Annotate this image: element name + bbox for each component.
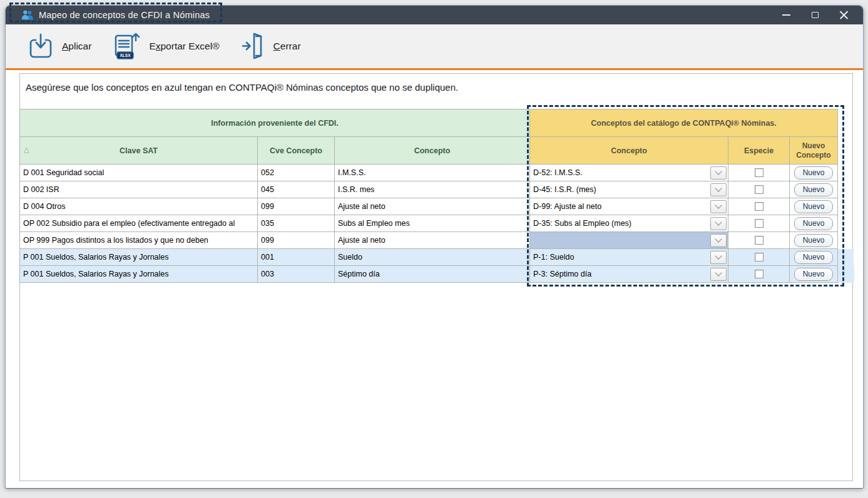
dropdown-arrow-button[interactable] xyxy=(710,251,727,264)
exportar-excel-button[interactable]: XLSX Exportar Excel® xyxy=(113,31,219,61)
mapping-panel: Asegúrese que los conceptos en azul teng… xyxy=(19,73,853,481)
especie-checkbox[interactable] xyxy=(755,202,763,211)
col-header-nuevo-concepto[interactable]: Nuevo Concepto xyxy=(790,137,838,165)
minimize-button[interactable] xyxy=(772,6,800,24)
nuevo-concepto-button[interactable]: Nuevo xyxy=(794,268,834,281)
filler-cell xyxy=(838,165,854,181)
svg-text:XLSX: XLSX xyxy=(120,53,131,58)
nuevo-concepto-button[interactable]: Nuevo xyxy=(794,200,834,213)
clave-sat-cell[interactable]: D 004 Otros xyxy=(20,198,258,215)
especie-checkbox[interactable] xyxy=(755,219,763,228)
aplicar-button[interactable]: Aplicar xyxy=(28,33,91,60)
concepto-cfdi-cell[interactable]: Ajuste al neto xyxy=(335,198,530,215)
chevron-down-icon xyxy=(715,168,722,175)
col-header-clave-sat[interactable]: Clave SAT xyxy=(20,137,258,165)
nuevo-cell: Nuevo xyxy=(790,215,838,232)
table-row-highlighted: P 001 Sueldos, Salarios Rayas y Jornales… xyxy=(20,266,854,283)
concepto-cfdi-cell[interactable]: Sueldo xyxy=(335,249,530,266)
column-header-row: Clave SAT Cve Concepto Concepto Concepto… xyxy=(20,137,854,165)
toolbar: Aplicar XLSX Exportar Exce xyxy=(6,24,863,68)
concepto-nominas-dropdown[interactable]: D-45: I.S.R. (mes) xyxy=(530,181,728,198)
concepto-nominas-cell: P-3: Séptimo día xyxy=(530,266,728,283)
close-icon xyxy=(839,11,849,20)
content-area: Asegúrese que los conceptos en azul teng… xyxy=(6,70,863,488)
concepto-nominas-dropdown[interactable]: D-52: I.M.S.S. xyxy=(530,165,728,181)
concepto-cfdi-cell[interactable]: Ajuste al neto xyxy=(335,232,530,249)
concepto-nominas-dropdown[interactable]: D-99: Ajuste al neto xyxy=(530,198,728,215)
dropdown-arrow-button[interactable] xyxy=(710,234,727,247)
cve-concepto-cell[interactable]: 001 xyxy=(258,249,335,266)
cerrar-label: Cerrar xyxy=(273,41,301,52)
clave-sat-cell[interactable]: P 001 Sueldos, Salarios Rayas y Jornales xyxy=(20,266,258,283)
cve-concepto-cell[interactable]: 099 xyxy=(258,232,335,249)
table-row-highlighted: P 001 Sueldos, Salarios Rayas y Jornales… xyxy=(20,249,854,266)
concepto-cfdi-cell[interactable]: Subs al Empleo mes xyxy=(335,215,530,232)
clave-sat-cell[interactable]: OP 002 Subsidio para el empleo (efectiva… xyxy=(20,215,258,232)
especie-checkbox[interactable] xyxy=(755,236,763,245)
dropdown-arrow-button[interactable] xyxy=(710,200,727,213)
nuevo-cell: Nuevo xyxy=(790,232,838,249)
chevron-down-icon xyxy=(715,269,722,276)
nuevo-cell: Nuevo xyxy=(790,165,838,181)
nuevo-cell: Nuevo xyxy=(790,181,838,198)
clave-sat-cell[interactable]: P 001 Sueldos, Salarios Rayas y Jornales xyxy=(20,249,258,266)
especie-checkbox[interactable] xyxy=(755,185,763,194)
clave-sat-cell[interactable]: D 002 ISR xyxy=(20,181,258,198)
especie-checkbox[interactable] xyxy=(755,253,763,262)
especie-checkbox[interactable] xyxy=(755,168,763,177)
cerrar-button[interactable]: Cerrar xyxy=(241,33,301,60)
nuevo-concepto-button[interactable]: Nuevo xyxy=(794,166,834,180)
nuevo-concepto-button[interactable]: Nuevo xyxy=(794,251,834,264)
dropdown-arrow-button[interactable] xyxy=(710,217,727,230)
col-header-cve-concepto[interactable]: Cve Concepto xyxy=(258,137,335,165)
concepto-cfdi-cell[interactable]: Séptimo día xyxy=(335,266,530,283)
cve-concepto-cell[interactable]: 045 xyxy=(258,181,335,198)
filler-cell xyxy=(838,232,854,249)
nuevo-concepto-button[interactable]: Nuevo xyxy=(794,217,834,230)
excel-export-icon: XLSX xyxy=(113,31,140,61)
dropdown-arrow-button[interactable] xyxy=(710,183,727,196)
col-header-concepto-cfdi[interactable]: Concepto xyxy=(335,137,530,165)
concepto-nominas-cell: D-35: Subs al Empleo (mes) xyxy=(530,215,728,232)
cfdi-group-header: Información proveniente del CFDI. xyxy=(20,109,530,137)
clave-sat-cell[interactable]: OP 999 Pagos distintos a los listados y … xyxy=(20,232,258,249)
clave-sat-cell[interactable]: D 001 Seguridad social xyxy=(20,165,258,181)
nuevo-concepto-button[interactable]: Nuevo xyxy=(794,234,834,247)
concepto-nominas-dropdown[interactable]: P-1: Sueldo xyxy=(530,249,728,265)
col-header-concepto-nominas[interactable]: Concepto xyxy=(530,137,728,165)
table-row: OP 002 Subsidio para el empleo (efectiva… xyxy=(20,215,854,232)
cve-concepto-cell[interactable]: 003 xyxy=(258,266,335,283)
concepto-cfdi-cell[interactable]: I.M.S.S. xyxy=(335,165,530,181)
col-header-especie[interactable]: Especie xyxy=(728,137,790,165)
nuevo-cell: Nuevo xyxy=(790,249,838,266)
concepto-nominas-cell: D-45: I.S.R. (mes) xyxy=(530,181,728,198)
nuevo-concepto-button[interactable]: Nuevo xyxy=(794,183,834,196)
cve-concepto-cell[interactable]: 035 xyxy=(258,215,335,232)
concepto-nominas-dropdown[interactable]: P-3: Séptimo día xyxy=(530,266,728,282)
filler-cell xyxy=(838,181,854,198)
concepto-nominas-cell: P-1: Sueldo xyxy=(530,249,728,266)
especie-cell xyxy=(728,181,790,198)
group-header-row: Información proveniente del CFDI. Concep… xyxy=(20,109,854,137)
screenshot-stage: Mapeo de conceptos de CFDI a Nóminas Apl… xyxy=(0,0,868,498)
especie-cell xyxy=(728,266,790,283)
apply-download-icon xyxy=(28,33,53,60)
concepto-nominas-dropdown[interactable]: D-35: Subs al Empleo (mes) xyxy=(530,215,728,231)
table-row: D 001 Seguridad social 052 I.M.S.S. D-52… xyxy=(20,165,854,181)
concepto-nominas-cell: D-52: I.M.S.S. xyxy=(530,165,728,181)
concepto-nominas-dropdown-empty[interactable] xyxy=(530,232,728,248)
dropdown-arrow-button[interactable] xyxy=(710,268,727,281)
filler-cell xyxy=(838,137,854,165)
maximize-button[interactable] xyxy=(800,6,829,24)
especie-checkbox[interactable] xyxy=(755,270,763,278)
window-title: Mapeo de conceptos de CFDI a Nóminas xyxy=(39,10,210,20)
concepto-cfdi-cell[interactable]: I.S.R. mes xyxy=(335,181,530,198)
especie-cell xyxy=(728,165,790,181)
dropdown-arrow-button[interactable] xyxy=(710,166,727,180)
mapping-table: Información proveniente del CFDI. Concep… xyxy=(19,109,854,283)
maximize-icon xyxy=(812,12,819,18)
cve-concepto-cell[interactable]: 052 xyxy=(258,165,335,181)
concepto-nominas-cell xyxy=(530,232,728,249)
cve-concepto-cell[interactable]: 099 xyxy=(258,198,335,215)
close-button[interactable] xyxy=(829,6,858,24)
